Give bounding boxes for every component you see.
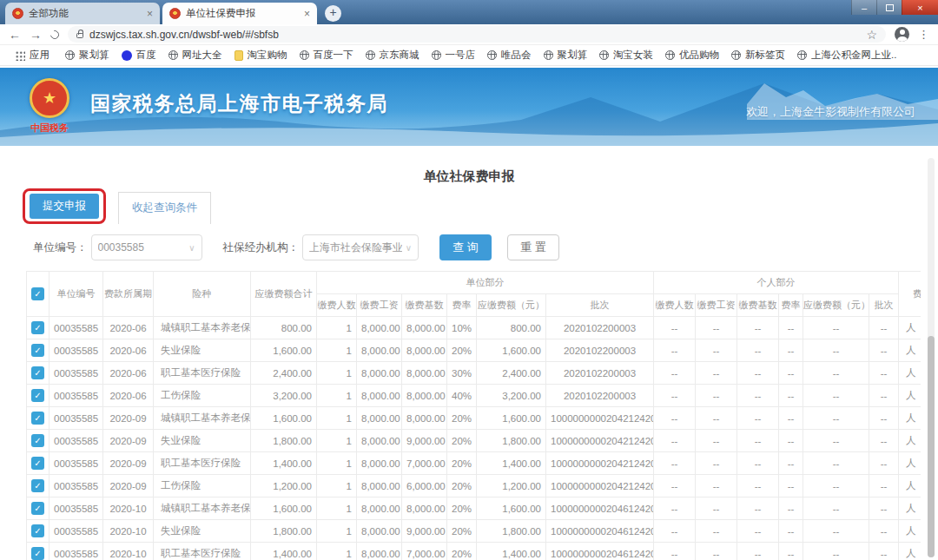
cell-personal-payers: -- [654, 543, 696, 560]
browser-toolbar: ← → dzswjcs.tax.sh.gov.cn/dwsbf-web/#/sb… [0, 24, 938, 45]
bookmark-item[interactable]: 聚划算 [538, 49, 594, 62]
col-period: 费款所属期 [103, 272, 154, 317]
maximize-button[interactable] [876, 0, 902, 15]
cell-personal-payers: -- [654, 497, 696, 520]
browser-tab-all-functions[interactable]: 全部功能 × [5, 3, 160, 24]
bookmark-item[interactable]: 百度 [116, 49, 162, 62]
bookmark-item[interactable]: 聚划算 [59, 49, 116, 62]
globe-icon [432, 50, 441, 60]
bookmark-item[interactable]: 百度一下 [294, 49, 360, 62]
cell-personal-payers: -- [654, 407, 696, 430]
cell-personal-batch: -- [869, 430, 899, 452]
bookmark-star-icon[interactable]: ☆ [866, 28, 877, 42]
cell-unit-no: 00035585 [50, 385, 103, 407]
bookmark-label: 新标签页 [745, 49, 785, 62]
bookmark-item[interactable]: 优品购物 [659, 49, 725, 62]
bookmark-item[interactable]: 上海公积金网上业.. [791, 49, 902, 62]
cell-checkbox: ✓ [27, 497, 50, 520]
cell-personal-payers: -- [654, 430, 696, 452]
row-checkbox[interactable]: ✓ [31, 321, 44, 334]
cell-unit-base: 6,000.00 [402, 475, 447, 497]
cell-personal-rate: -- [779, 543, 803, 560]
declaration-table-wrapper: ✓ 单位编号 费款所属期 险种 应缴费额合计 单位部分 个人部分 费 缴费人数 … [26, 271, 921, 560]
cell-unit-payers: 1 [317, 385, 357, 407]
address-bar[interactable]: dzswjcs.tax.sh.gov.cn/dwsbf-web/#/sbfsb … [68, 26, 886, 43]
scrollbar-thumb[interactable] [928, 336, 935, 557]
bookmark-item[interactable]: 淘宝女装 [593, 49, 659, 62]
col-personal-rate: 费率 [779, 294, 803, 317]
row-checkbox[interactable]: ✓ [31, 524, 44, 537]
cell-unit-rate: 40% [447, 385, 477, 407]
bookmark-item[interactable]: 京东商城 [360, 49, 426, 62]
cell-total: 1,400.00 [251, 452, 317, 475]
cell-unit-batch: 10000000002042124201 [546, 407, 654, 430]
cell-personal-base: -- [737, 497, 779, 520]
profile-icon[interactable] [895, 27, 909, 42]
row-checkbox[interactable]: ✓ [31, 502, 44, 515]
unit-no-select[interactable]: 00035585 ∨ [91, 234, 202, 260]
col-personal-payers: 缴费人数 [654, 294, 696, 317]
site-header: ★ 中国税务 国家税务总局上海市电子税务局 欢迎，上海金牛影视制作有限公司 [0, 68, 938, 146]
reset-button[interactable]: 重 置 [507, 234, 559, 260]
cell-personal-amount: -- [803, 452, 869, 475]
baidu-icon [122, 50, 132, 61]
select-all-checkbox[interactable]: ✓ [31, 287, 44, 300]
cell-unit-wage: 8,000.00 [357, 520, 402, 543]
cell-partial: 人 [899, 317, 921, 339]
cell-total: 1,200.00 [251, 475, 317, 497]
new-tab-button[interactable]: + [325, 5, 341, 22]
bookmark-item[interactable]: 网址大全 [162, 49, 228, 62]
agency-select[interactable]: 上海市社会保险事业管... ∨ [302, 234, 419, 260]
cell-personal-batch: -- [869, 362, 899, 385]
refresh-button[interactable] [49, 29, 61, 41]
back-button[interactable]: ← [9, 29, 21, 41]
cell-unit-amount: 1,400.00 [477, 452, 546, 475]
row-checkbox[interactable]: ✓ [31, 479, 44, 492]
cell-unit-base: 9,000.00 [402, 520, 447, 543]
cell-unit-batch: 10000000002046124201 [546, 520, 654, 543]
vertical-scrollbar[interactable] [928, 158, 935, 557]
cell-personal-wage: -- [696, 452, 737, 475]
cell-unit-payers: 1 [317, 362, 357, 385]
col-total: 应缴费额合计 [251, 272, 317, 317]
row-checkbox[interactable]: ✓ [31, 366, 44, 379]
cell-checkbox: ✓ [27, 339, 50, 362]
cell-personal-amount: -- [803, 407, 869, 430]
cell-unit-batch: 2020102200003 [546, 385, 654, 407]
query-button[interactable]: 查 询 [439, 234, 492, 260]
declaration-table: ✓ 单位编号 费款所属期 险种 应缴费额合计 单位部分 个人部分 费 缴费人数 … [26, 271, 921, 560]
row-checkbox[interactable]: ✓ [31, 434, 44, 447]
col-partial: 费 [899, 272, 921, 317]
row-checkbox[interactable]: ✓ [31, 547, 44, 560]
cell-unit-amount: 1,800.00 [477, 430, 546, 452]
agency-label: 社保经办机构： [223, 240, 300, 255]
apps-button[interactable]: 应用 [9, 49, 56, 62]
minimize-button[interactable]: – [851, 0, 876, 15]
bookmark-item[interactable]: 淘宝购物 [228, 49, 294, 62]
bookmark-item[interactable]: 唯品会 [481, 49, 538, 62]
cell-unit-rate: 20% [447, 497, 477, 520]
table-row: ✓000355852020-09城镇职工基本养老保险1,600.0018,000… [27, 407, 921, 430]
row-checkbox[interactable]: ✓ [31, 412, 44, 425]
row-checkbox[interactable]: ✓ [31, 389, 44, 402]
bookmark-item[interactable]: 新标签页 [725, 49, 791, 62]
collapse-query-tab[interactable]: 收起查询条件 [118, 192, 211, 224]
forward-button[interactable]: → [30, 29, 42, 41]
cell-personal-rate: -- [779, 452, 803, 475]
globe-icon [300, 50, 309, 60]
browser-tab-sbf-declare[interactable]: 单位社保费申报 × [162, 3, 317, 24]
submit-declare-button[interactable]: 提交申报 [30, 194, 99, 219]
cell-personal-batch: -- [869, 520, 899, 543]
row-checkbox[interactable]: ✓ [31, 457, 44, 470]
cell-unit-batch: 2020102200003 [546, 362, 654, 385]
cell-period: 2020-10 [103, 543, 154, 560]
menu-dots-icon[interactable]: ⋮ [918, 28, 929, 41]
close-button[interactable]: × [902, 0, 938, 15]
row-checkbox[interactable]: ✓ [31, 344, 44, 357]
cell-period: 2020-10 [103, 497, 154, 520]
chevron-down-icon: ∨ [188, 243, 195, 253]
close-tab-icon[interactable]: × [147, 9, 153, 19]
close-tab-icon[interactable]: × [304, 9, 310, 19]
bookmark-item[interactable]: 一号店 [426, 49, 482, 62]
cell-unit-payers: 1 [317, 339, 357, 362]
